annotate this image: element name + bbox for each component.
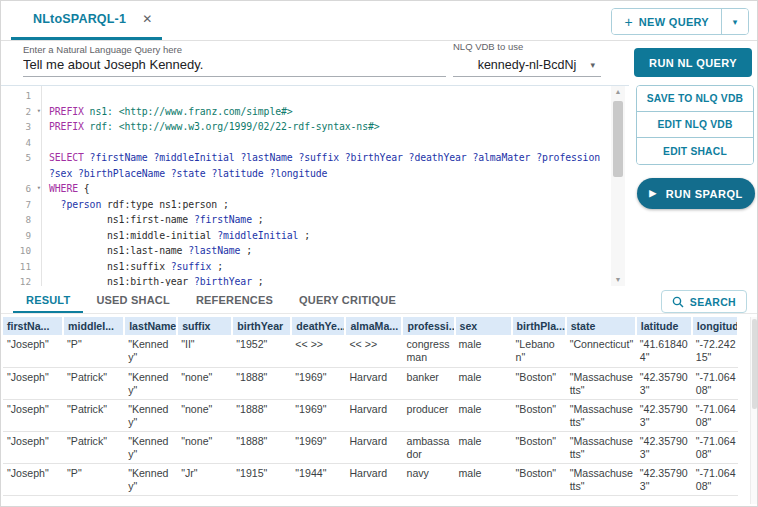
table-cell: male (455, 335, 512, 367)
new-query-dropdown-icon[interactable]: ▾ (722, 9, 748, 34)
new-query-button[interactable]: + NEW QUERY (612, 9, 722, 34)
code-line[interactable]: ns1:last-name ?lastName ; (49, 243, 629, 259)
table-cell: "1915" (232, 463, 291, 495)
scroll-up-icon[interactable]: ▲ (611, 86, 625, 98)
tab-references[interactable]: REFERENCES (183, 289, 286, 313)
table-cell: "42.357903" (636, 463, 692, 495)
run-sparql-button[interactable]: ▶ RUN SPARQL (637, 178, 755, 209)
code-line[interactable]: PREFIX ns1: <http://www.franz.com/simple… (49, 104, 629, 120)
column-header[interactable]: birthYear (232, 317, 291, 335)
column-header[interactable]: suffix (177, 317, 232, 335)
vdb-actions-group: SAVE TO NLQ VDB EDIT NLQ VDB EDIT SHACL (636, 85, 754, 165)
fold-icon[interactable]: ▾ (37, 104, 41, 120)
fold-icon[interactable]: ▾ (37, 181, 41, 197)
table-cell: "41.618404" (636, 335, 692, 367)
editor-scrollbar-thumb[interactable] (613, 101, 623, 177)
vdb-select[interactable]: kennedy-nl-BcdNj ▾ (453, 53, 601, 77)
table-cell: "Boston" (512, 399, 566, 431)
code-gutter: 12▾3456▾78910111213 (1, 86, 42, 286)
table-cell: "1888" (232, 367, 291, 399)
new-query-split-button: + NEW QUERY ▾ (611, 8, 749, 35)
table-cell: "-71.06408" (692, 463, 738, 495)
table-cell: "Patrick" (63, 431, 124, 463)
table-cell: "42.357903" (636, 431, 692, 463)
code-line[interactable]: ns1:middle-initial ?middleInitial ; (49, 228, 629, 244)
table-cell: "Kennedy" (124, 431, 177, 463)
table-cell: "42.357903" (636, 399, 692, 431)
table-cell: "Boston" (512, 463, 566, 495)
column-header[interactable]: lastName (124, 317, 177, 335)
tab-result[interactable]: RESULT (13, 289, 83, 313)
new-query-label: NEW QUERY (639, 16, 709, 28)
table-cell: "Massachusetts" (566, 431, 636, 463)
table-row: "Joseph""P""Kennedy""Jr""1915""1944"Harv… (3, 463, 738, 495)
table-cell: "Joseph" (3, 431, 63, 463)
close-tab-icon[interactable]: ✕ (142, 13, 152, 25)
code-line[interactable]: ns1:birth-year ?birthYear ; (49, 274, 629, 286)
column-header[interactable]: deathYe... (291, 317, 345, 335)
table-cell: "-71.06408" (692, 431, 738, 463)
table-cell: "Massachusetts" (566, 399, 636, 431)
table-cell: "Joseph" (3, 463, 63, 495)
table-cell: "Kennedy" (124, 335, 177, 367)
nl-query-input[interactable] (23, 57, 446, 77)
table-cell: "Joseph" (3, 335, 63, 367)
table-cell: "1888" (232, 431, 291, 463)
edit-nlq-vdb-button[interactable]: EDIT NLQ VDB (637, 112, 753, 138)
table-cell: "1969" (291, 431, 345, 463)
nl-query-label: Enter a Natural Language Query here (23, 44, 182, 55)
table-cell: "-72.24215" (692, 335, 738, 367)
table-row: "Joseph""P""Kennedy""II""1952"<< >><< >>… (3, 335, 738, 367)
column-header[interactable]: middleI... (63, 317, 124, 335)
tab-nltosparql-1[interactable]: NLtoSPARQL-1 ✕ (11, 1, 162, 40)
results-scrollbar[interactable] (750, 317, 757, 504)
sparql-editor[interactable]: 12▾3456▾78910111213 PREFIX ns1: <http://… (1, 85, 629, 286)
play-icon: ▶ (649, 189, 656, 198)
line-number (1, 166, 41, 182)
column-header[interactable]: professi... (402, 317, 454, 335)
tab-query-critique[interactable]: QUERY CRITIQUE (286, 289, 409, 313)
code-line[interactable] (49, 135, 629, 151)
table-cell: male (455, 431, 512, 463)
table-cell: "Kennedy" (124, 463, 177, 495)
line-number: 8 (1, 212, 41, 228)
editor-scrollbar[interactable]: ▲ ▼ (611, 86, 625, 286)
column-header[interactable]: state (566, 317, 636, 335)
table-cell: "Boston" (512, 367, 566, 399)
table-cell: "none" (177, 367, 232, 399)
code-line[interactable]: ?person rdf:type ns1:person ; (49, 197, 629, 213)
table-cell: "-71.06408" (692, 399, 738, 431)
edit-shacl-button[interactable]: EDIT SHACL (637, 138, 753, 164)
column-header[interactable]: almaMa... (345, 317, 402, 335)
code-line[interactable]: ns1:suffix ?suffix ; (49, 259, 629, 275)
search-button[interactable]: SEARCH (661, 290, 747, 313)
column-header[interactable]: firstNa... (3, 317, 63, 335)
column-header[interactable]: birthPla... (512, 317, 566, 335)
table-cell: "1944" (291, 463, 345, 495)
tab-used-shacl[interactable]: USED SHACL (83, 289, 183, 313)
table-cell: Harvard (345, 463, 402, 495)
line-number: 7 (1, 197, 41, 213)
column-header[interactable]: longitude (692, 317, 738, 335)
table-cell: "1969" (291, 367, 345, 399)
code-line[interactable] (49, 88, 629, 104)
table-cell: Harvard (345, 367, 402, 399)
code-line[interactable]: PREFIX rdf: <http://www.w3.org/1999/02/2… (49, 119, 629, 135)
nl-query-row: Enter a Natural Language Query here NLQ … (1, 41, 757, 85)
table-row: "Joseph""Patrick""Kennedy""none""1888""1… (3, 367, 738, 399)
save-to-nlq-vdb-button[interactable]: SAVE TO NLQ VDB (637, 86, 753, 112)
column-header[interactable]: latitude (636, 317, 692, 335)
code-line[interactable]: ns1:first-name ?firstName ; (49, 212, 629, 228)
line-number: 4 (1, 135, 41, 151)
table-cell: "Joseph" (3, 367, 63, 399)
code-line[interactable]: ?sex ?birthPlaceName ?state ?latitude ?l… (49, 166, 629, 182)
line-number: 5 (1, 150, 41, 166)
code-line[interactable]: SELECT ?firstName ?middleInitial ?lastNa… (49, 150, 629, 166)
code-line[interactable]: WHERE { (49, 181, 629, 197)
results-scrollbar-thumb[interactable] (752, 319, 757, 409)
chevron-down-icon: ▾ (590, 60, 595, 70)
scroll-down-icon[interactable]: ▼ (611, 274, 625, 286)
column-header[interactable]: sex (455, 317, 512, 335)
code-lines[interactable]: PREFIX ns1: <http://www.franz.com/simple… (42, 86, 629, 286)
run-nl-query-button[interactable]: RUN NL QUERY (634, 48, 752, 77)
